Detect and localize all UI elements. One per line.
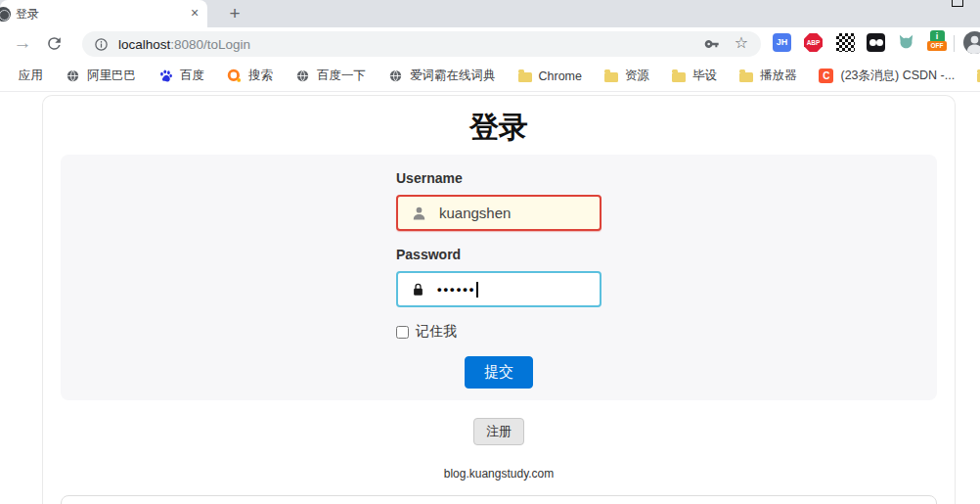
- bookmark-alibaba[interactable]: 阿里巴巴: [59, 65, 143, 87]
- text-cursor: [476, 282, 478, 298]
- toolbar-separator: [954, 35, 955, 52]
- remember-me-checkbox[interactable]: [396, 326, 409, 339]
- form-column: Username kuangshen Password ••••••: [396, 170, 601, 389]
- login-card: 登录 Username kuangshen Password: [42, 95, 956, 504]
- window-maximize-icon[interactable]: [952, 0, 963, 7]
- baidu-paw-icon: [158, 69, 173, 83]
- password-input[interactable]: ••••••: [396, 271, 601, 307]
- tab-close-icon[interactable]: ×: [186, 5, 203, 23]
- bookmark-folder-chrome[interactable]: Chrome: [512, 67, 589, 86]
- extension-off-badge: OFF: [927, 41, 947, 51]
- url-domain: localhost: [118, 37, 170, 52]
- extension-jh-icon[interactable]: JH: [773, 33, 791, 52]
- tab-title: 登录: [16, 6, 39, 23]
- folder-icon: [518, 72, 532, 82]
- tab-favicon-icon: [0, 7, 11, 22]
- bookmark-folder-bishe[interactable]: 毕设: [665, 65, 724, 87]
- bottom-panel: [61, 495, 937, 504]
- reload-icon: [45, 34, 64, 53]
- url-path: :8080/toLogin: [170, 37, 250, 52]
- bookmark-star-icon[interactable]: ☆: [735, 33, 748, 52]
- register-row: 注册: [43, 418, 955, 445]
- bookmark-search[interactable]: 搜索: [220, 65, 280, 87]
- username-label: Username: [396, 170, 601, 187]
- page-info-icon[interactable]: [94, 37, 109, 52]
- avatar-person-icon: [963, 31, 980, 54]
- bookmark-baidu[interactable]: 百度: [152, 65, 211, 87]
- site-footer-text: blog.kuangstudy.com: [43, 467, 955, 481]
- bookmark-folder-ziyuan[interactable]: 资源: [598, 65, 656, 87]
- password-manager-key-icon[interactable]: [704, 36, 720, 52]
- extension-adblock-icon[interactable]: ABP: [804, 33, 823, 52]
- orange-ring-icon: [227, 69, 242, 83]
- url-text[interactable]: localhost:8080/toLogin: [118, 37, 250, 52]
- extension-cat-icon[interactable]: [897, 32, 915, 51]
- folder-icon: [604, 72, 618, 82]
- page-content: 登录 Username kuangshen Password: [0, 92, 980, 504]
- password-value: ••••••: [437, 282, 475, 297]
- browser-tab[interactable]: 登录 ×: [0, 0, 207, 27]
- extension-owl-eyes-icon[interactable]: [867, 33, 885, 52]
- globe-icon: [388, 69, 403, 83]
- tab-strip: 登录 × +: [0, 0, 980, 27]
- bookmark-folder-wenxian[interactable]: 文献: [970, 65, 980, 87]
- submit-button[interactable]: 提交: [465, 356, 533, 389]
- new-tab-button[interactable]: +: [223, 2, 246, 25]
- register-button[interactable]: 注册: [473, 418, 524, 445]
- bookmark-baidu-yixia[interactable]: 百度一下: [289, 65, 373, 87]
- page-title: 登录: [43, 109, 955, 145]
- browser-window: 登录 × + → localhost:8080/toLogin ☆: [0, 0, 980, 504]
- username-value: kuangshen: [439, 205, 511, 221]
- folder-icon: [672, 72, 686, 82]
- bookmark-apps[interactable]: 应用: [12, 65, 50, 87]
- address-bar[interactable]: localhost:8080/toLogin ☆: [82, 31, 761, 57]
- lock-icon: [411, 282, 425, 298]
- login-form-panel: Username kuangshen Password ••••••: [61, 155, 937, 400]
- bookmark-iciba[interactable]: 爱词霸在线词典: [381, 65, 503, 87]
- password-label: Password: [396, 247, 601, 263]
- extension-translate-off-icon[interactable]: i OFF: [927, 30, 947, 54]
- extension-qr-code-icon[interactable]: [836, 33, 855, 52]
- bookmarks-bar: 应用 阿里巴巴 百度 搜索 百度一下 爱词霸在线词典 C: [0, 61, 980, 92]
- globe-icon: [295, 69, 310, 83]
- csdn-icon: C: [819, 69, 833, 83]
- forward-button[interactable]: →: [10, 30, 35, 56]
- user-icon: [411, 205, 427, 221]
- reload-button[interactable]: [45, 34, 65, 54]
- remember-me-label: 记住我: [416, 323, 457, 341]
- submit-row: 提交: [396, 356, 601, 389]
- bookmark-folder-player[interactable]: 播放器: [733, 65, 804, 87]
- bookmark-csdn[interactable]: C (23条消息) CSDN -...: [812, 65, 961, 87]
- browser-toolbar: → localhost:8080/toLogin ☆ JH ABP: [0, 27, 980, 61]
- remember-me-row: 记住我: [396, 323, 601, 341]
- folder-icon: [739, 72, 753, 82]
- globe-icon: [66, 69, 80, 83]
- username-input[interactable]: kuangshen: [396, 195, 601, 231]
- profile-avatar[interactable]: [963, 31, 980, 54]
